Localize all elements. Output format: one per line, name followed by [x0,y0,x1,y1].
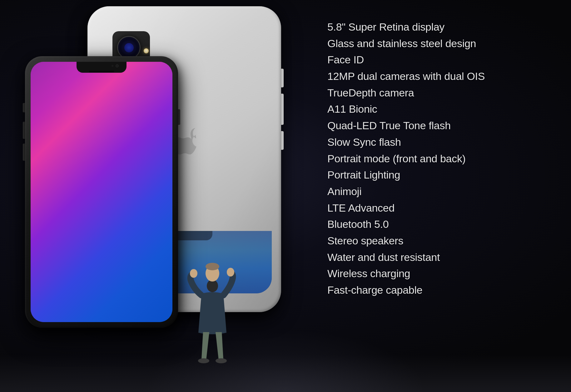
iphone-front [25,56,178,328]
feature-truedepth: TrueDepth camera [327,85,552,101]
svg-point-6 [216,358,227,363]
feature-bluetooth: Bluetooth 5.0 [327,216,552,233]
feature-water-dust: Water and dust resistant [327,249,552,266]
feature-portrait-mode: Portrait mode (front and back) [327,150,552,167]
feature-animoji: Animoji [327,183,552,200]
feature-a11-bionic: A11 Bionic [327,101,552,117]
volume-down-front [23,144,25,161]
feature-glass-steel: Glass and stainless steel design [327,35,552,52]
svg-point-5 [198,358,209,363]
svg-point-3 [190,269,197,278]
features-panel: 5.8" Super Retina displayGlass and stain… [327,19,552,298]
camera-flash [144,48,149,53]
presenter-svg [181,248,244,367]
power-button-front [178,109,180,125]
presenter [181,248,244,367]
feature-true-tone-flash: Quad-LED True Tone flash [327,117,552,134]
mute-switch [23,103,25,112]
phone-front-body [25,56,178,328]
feature-wireless-charging: Wireless charging [327,265,552,282]
feature-portrait-lighting: Portrait Lighting [327,167,552,183]
phones-container [25,6,294,350]
feature-dual-cameras: 12MP dual cameras with dual OIS [327,68,552,85]
phone-screen [31,62,172,322]
stage-background: 5.8" Super Retina displayGlass and stain… [0,0,571,392]
camera-lens-wide [117,36,141,59]
features-list: 5.8" Super Retina displayGlass and stain… [327,19,552,298]
feature-super-retina: 5.8" Super Retina display [327,19,552,35]
feature-fast-charge: Fast-charge capable [327,282,552,298]
svg-point-2 [206,263,219,270]
feature-stereo-speakers: Stereo speakers [327,233,552,249]
feature-slow-sync: Slow Sync flash [327,134,552,150]
feature-lte-advanced: LTE Advanced [327,200,552,216]
power-button [281,69,284,87]
screen-glare [31,62,172,322]
phone-speaker [89,71,114,72]
side-button-2 [281,131,284,150]
volume-up-front [23,122,25,139]
svg-point-4 [227,268,234,277]
side-button [281,94,284,125]
feature-face-id: Face ID [327,51,552,68]
